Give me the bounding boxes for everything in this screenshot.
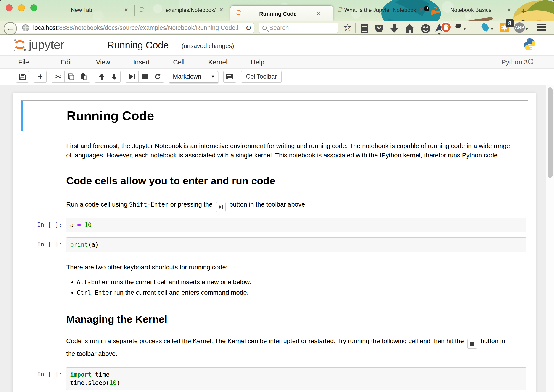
- close-window-button[interactable]: [6, 4, 13, 11]
- site-identity-globe-icon[interactable]: [22, 24, 29, 31]
- add-cell-button[interactable]: +: [34, 71, 47, 83]
- restart-icon: [154, 74, 161, 80]
- list-item: Ctrl-Enter run the current cell and ente…: [77, 288, 515, 297]
- move-cell-down-button[interactable]: [108, 71, 121, 83]
- notebook-h2-code-cells: Code cells allow you to enter and run co…: [66, 175, 515, 187]
- celltoolbar-button[interactable]: CellToolbar: [241, 71, 282, 83]
- navbar-divider: [355, 23, 356, 33]
- prompt-area-empty: [23, 100, 67, 131]
- close-tab-icon[interactable]: ×: [420, 7, 423, 13]
- kernel-paragraph: Code is run in a separate process called…: [66, 336, 515, 359]
- home-icon[interactable]: [405, 24, 415, 34]
- markdown-cell[interactable]: Managing the Kernel: [66, 313, 515, 325]
- code-cell[interactable]: In [ ]: import timetime.sleep(10): [21, 367, 528, 390]
- intro-paragraph: First and foremost, the Jupyter Notebook…: [66, 141, 515, 160]
- minimize-window-button[interactable]: [18, 4, 25, 11]
- jupyter-logo[interactable]: jupyter: [13, 37, 64, 52]
- code-input[interactable]: a = 10: [66, 218, 526, 232]
- code-input[interactable]: import timetime.sleep(10): [66, 367, 526, 390]
- menu-help[interactable]: Help: [251, 58, 264, 66]
- run-cell-button[interactable]: [126, 71, 138, 83]
- download-icon[interactable]: [390, 24, 398, 34]
- run-instruction: Run a code cell using Shift-Enter or pre…: [66, 200, 515, 212]
- menu-insert[interactable]: Insert: [133, 58, 150, 66]
- notebook-h2-kernel: Managing the Kernel: [66, 313, 515, 325]
- checkpoint-status: (unsaved changes): [181, 42, 234, 49]
- feedback-smiley-icon[interactable]: [421, 24, 431, 34]
- bookmark-star-icon[interactable]: ☆: [343, 22, 352, 33]
- tab-divider: [134, 5, 135, 15]
- markdown-cell[interactable]: There are two other keyboard shortcuts f…: [66, 262, 515, 297]
- tab-running-code-active[interactable]: Running Code ×: [230, 6, 333, 21]
- arrow-down-icon: [111, 73, 117, 80]
- menu-file[interactable]: File: [18, 58, 29, 66]
- duckduckgo-icon[interactable]: [441, 22, 451, 32]
- menu-edit[interactable]: Edit: [61, 58, 72, 66]
- tab-new-tab[interactable]: New Tab: [71, 7, 92, 13]
- interrupt-kernel-button[interactable]: [138, 71, 151, 83]
- back-button[interactable]: ←: [4, 22, 17, 35]
- input-prompt: In [ ]:: [21, 218, 66, 232]
- url-bar[interactable]: localhost:8888/notebooks/docs/source/exa…: [10, 23, 254, 33]
- chevron-down-icon[interactable]: ▾: [491, 27, 493, 32]
- menu-cell[interactable]: Cell: [173, 58, 185, 66]
- python-logo-icon: [523, 37, 536, 51]
- close-tab-icon[interactable]: ×: [220, 7, 223, 13]
- cut-icon: ✂: [55, 73, 62, 80]
- new-tab-button[interactable]: +: [521, 6, 526, 16]
- tab-divider: [427, 5, 427, 15]
- arrow-up-icon: [99, 73, 104, 80]
- kernel-name: Python 3: [501, 58, 527, 66]
- cell-type-select[interactable]: Markdown ▼: [169, 71, 218, 83]
- code-input[interactable]: print(a): [66, 237, 526, 252]
- zoom-window-button[interactable]: [30, 4, 37, 11]
- browser-chrome: New Tab × examples/Notebook/ × Running C…: [0, 0, 554, 35]
- shortcuts-intro: There are two other keyboard shortcuts f…: [66, 262, 515, 272]
- markdown-cell-selected[interactable]: Running Code: [21, 100, 528, 131]
- close-tab-icon[interactable]: ×: [317, 11, 320, 17]
- copy-cell-button[interactable]: [64, 71, 77, 83]
- move-cell-up-button[interactable]: [95, 71, 108, 83]
- select-arrow-icon: ▼: [211, 74, 218, 79]
- markdown-cell[interactable]: Code cells allow you to enter and run co…: [66, 175, 515, 187]
- cell-type-value: Markdown: [169, 73, 211, 80]
- stop-icon: [142, 74, 148, 79]
- chevron-down-icon[interactable]: ▾: [464, 27, 466, 32]
- search-placeholder: Search: [269, 24, 289, 32]
- paste-icon: [80, 73, 87, 80]
- notebook-title[interactable]: Running Code: [107, 40, 169, 51]
- tab-examples-notebook[interactable]: examples/Notebook/: [166, 7, 216, 13]
- hamburger-menu-icon[interactable]: [537, 24, 546, 32]
- list-item: Alt-Enter runs the current cell and inse…: [77, 277, 515, 287]
- markdown-cell[interactable]: Code is run in a separate process called…: [66, 336, 515, 359]
- tab-divider: [516, 5, 516, 15]
- reading-list-icon[interactable]: [360, 24, 369, 34]
- scrollbar-thumb[interactable]: [548, 87, 553, 178]
- notebook-scroll-area[interactable]: Running Code First and foremost, the Jup…: [0, 85, 546, 392]
- tab-notebook-basics[interactable]: Notebook Basics: [450, 7, 492, 13]
- code-cell[interactable]: In [ ]: print(a): [21, 237, 528, 252]
- pocket-icon[interactable]: [374, 24, 384, 34]
- close-tab-icon[interactable]: ×: [125, 7, 128, 13]
- paste-cell-button[interactable]: [77, 71, 90, 83]
- run-icon: [129, 74, 135, 80]
- navbar-divider: [533, 23, 533, 33]
- restart-kernel-button[interactable]: [151, 71, 164, 83]
- menu-kernel[interactable]: Kernel: [208, 58, 228, 66]
- code-cell[interactable]: In [ ]: a = 10: [21, 218, 528, 232]
- cut-cell-button[interactable]: ✂: [52, 71, 64, 83]
- search-bar[interactable]: Search: [259, 23, 338, 33]
- save-button[interactable]: [16, 71, 29, 83]
- chevron-down-icon[interactable]: ▾: [526, 27, 528, 32]
- scrollbar-track[interactable]: [546, 85, 554, 392]
- reload-icon[interactable]: ↻: [243, 24, 254, 32]
- close-tab-icon[interactable]: ×: [507, 7, 511, 13]
- adblock-plus-icon[interactable]: ABP: [514, 22, 525, 33]
- markdown-cell[interactable]: Run a code cell using Shift-Enter or pre…: [66, 200, 515, 212]
- url-text[interactable]: localhost:8888/notebooks/docs/source/exa…: [33, 24, 238, 32]
- tab-what-is-jupyter[interactable]: What is the Jupyter Notebook: [344, 7, 416, 13]
- command-palette-button[interactable]: [223, 71, 236, 83]
- markdown-cell[interactable]: First and foremost, the Jupyter Notebook…: [66, 141, 515, 160]
- inline-code-shift-enter: Shift-Enter: [129, 201, 168, 208]
- menu-view[interactable]: View: [96, 58, 110, 66]
